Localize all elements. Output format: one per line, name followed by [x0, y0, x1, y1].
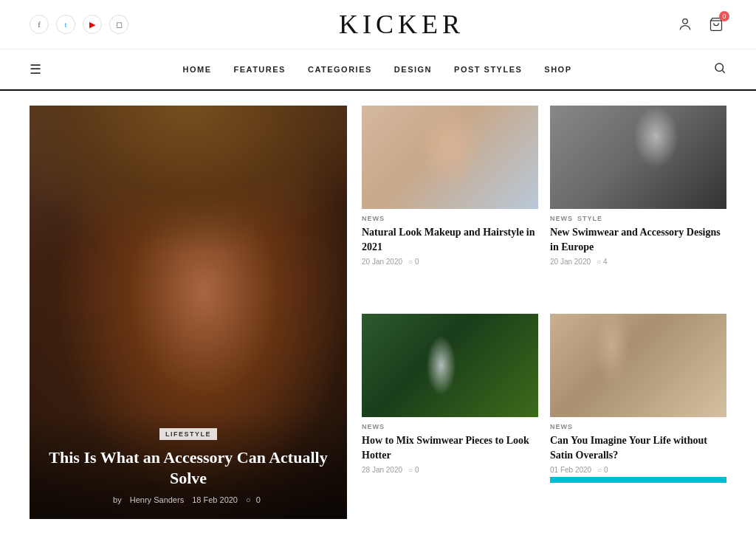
teal-accent-bar — [550, 477, 726, 483]
article-card-makeup[interactable]: NEWS Natural Look Makeup and Hairstyle i… — [362, 106, 538, 302]
featured-title: This Is What an Accessory Can Actually S… — [44, 447, 332, 489]
article-tag: NEWS — [550, 423, 573, 430]
article-meta: 01 Feb 2020 ○ 0 — [550, 466, 726, 474]
article-tags: NEWS — [362, 423, 538, 430]
article-date: 28 Jan 2020 — [362, 466, 402, 474]
featured-overlay: LIFESTYLE This Is What an Accessory Can … — [30, 413, 347, 519]
nav-features[interactable]: FEATURES — [233, 52, 285, 87]
article-tags: NEWS STYLE — [550, 215, 726, 222]
nav-bar: ☰ HOME FEATURES CATEGORIES DESIGN POST S… — [0, 49, 756, 91]
article-comments: ○ 0 — [408, 258, 419, 266]
nav-post-styles[interactable]: POST STYLES — [454, 52, 522, 87]
article-card-tropical[interactable]: NEWS How to Mix Swimwear Pieces to Look … — [362, 314, 538, 519]
top-right-actions: 0 — [675, 14, 726, 35]
article-title: Natural Look Makeup and Hairstyle in 202… — [362, 225, 538, 254]
featured-by: by — [113, 495, 122, 504]
svg-point-0 — [683, 19, 688, 24]
nav-links: HOME FEATURES CATEGORIES DESIGN POST STY… — [182, 52, 571, 87]
cart-badge: 0 — [719, 11, 729, 21]
featured-comments: ○ 0 — [246, 495, 264, 504]
top-bar: f t ▶ ◻ KICKER 0 — [0, 0, 756, 49]
article-comments: ○ 4 — [597, 258, 607, 266]
site-logo[interactable]: KICKER — [339, 9, 464, 40]
user-icon[interactable] — [675, 14, 695, 35]
search-icon[interactable] — [713, 61, 726, 78]
main-content: LIFESTYLE This Is What an Accessory Can … — [0, 106, 756, 519]
instagram-icon[interactable]: ◻ — [109, 15, 128, 34]
article-image-makeup — [362, 106, 538, 209]
youtube-icon[interactable]: ▶ — [83, 15, 102, 34]
article-meta: 20 Jan 2020 ○ 4 — [550, 258, 726, 266]
featured-category: LIFESTYLE — [159, 428, 217, 440]
article-date: 20 Jan 2020 — [362, 258, 402, 266]
article-grid: NEWS Natural Look Makeup and Hairstyle i… — [347, 106, 726, 519]
article-image-satin — [550, 314, 726, 417]
nav-design[interactable]: DESIGN — [394, 52, 432, 87]
svg-point-2 — [715, 63, 724, 72]
article-tag-style: STYLE — [577, 215, 602, 222]
article-title: Can You Imagine Your Life without Satin … — [550, 433, 726, 462]
facebook-icon[interactable]: f — [30, 15, 49, 34]
article-image-swimwear-bw — [550, 106, 726, 209]
article-image-tropical — [362, 314, 538, 417]
cart-icon[interactable]: 0 — [706, 14, 726, 35]
svg-line-3 — [722, 70, 724, 72]
nav-categories[interactable]: CATEGORIES — [308, 52, 372, 87]
article-card-swimwear-bw[interactable]: NEWS STYLE New Swimwear and Accessory De… — [550, 106, 726, 302]
article-comments: ○ 0 — [597, 466, 608, 474]
article-tags: NEWS — [550, 423, 726, 430]
featured-date: 18 Feb 2020 — [192, 495, 238, 504]
article-tag: NEWS — [362, 215, 385, 222]
article-title: New Swimwear and Accessory Designs in Eu… — [550, 225, 726, 254]
featured-author: Henry Sanders — [130, 495, 184, 504]
article-comments: ○ 0 — [408, 466, 419, 474]
featured-meta: by Henry Sanders 18 Feb 2020 ○ 0 — [44, 495, 332, 504]
article-date: 01 Feb 2020 — [550, 466, 591, 474]
article-meta: 20 Jan 2020 ○ 0 — [362, 258, 538, 266]
article-date: 20 Jan 2020 — [550, 258, 591, 266]
nav-shop[interactable]: SHOP — [544, 52, 571, 87]
article-tags: NEWS — [362, 215, 538, 222]
hamburger-menu[interactable]: ☰ — [30, 49, 41, 89]
article-meta: 28 Jan 2020 ○ 0 — [362, 466, 538, 474]
article-tag: NEWS — [362, 423, 385, 430]
social-icons: f t ▶ ◻ — [30, 15, 128, 34]
article-card-satin[interactable]: NEWS Can You Imagine Your Life without S… — [550, 314, 726, 519]
article-tag-news: NEWS — [550, 215, 573, 222]
featured-article[interactable]: LIFESTYLE This Is What an Accessory Can … — [30, 106, 347, 519]
twitter-icon[interactable]: t — [56, 15, 75, 34]
nav-home[interactable]: HOME — [182, 52, 211, 87]
article-title: How to Mix Swimwear Pieces to Look Hotte… — [362, 433, 538, 462]
